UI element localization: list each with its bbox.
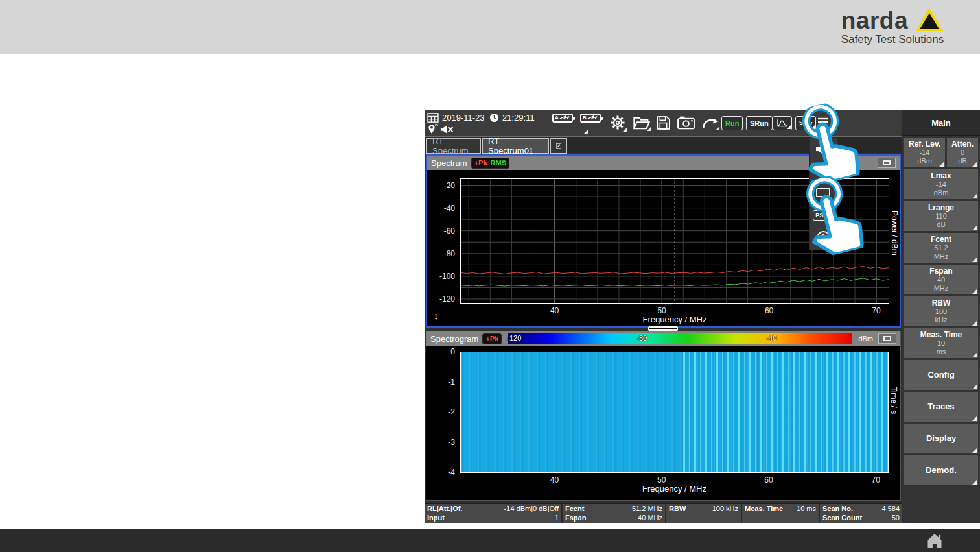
spectrum-trace-badges: +Pk RMS <box>471 158 509 169</box>
softkey-traces[interactable]: Traces <box>904 392 978 422</box>
status-cell-level: RL|Att.|Of.-14 dBm|0 dB|Off Input1 <box>425 504 563 523</box>
logo-text: narda <box>841 10 908 31</box>
softkey-meas-time[interactable]: Meas. Time 10 ms <box>904 328 978 358</box>
softkey-demod[interactable]: Demod. <box>904 455 978 485</box>
gps-pin-icon[interactable]: n <box>428 124 436 134</box>
clock-icon <box>489 113 499 123</box>
softkey-atten[interactable]: Atten. 0 dB <box>947 138 978 167</box>
spectrum-xlabel: Frequency / MHz <box>460 315 889 324</box>
srun-button[interactable]: SRun <box>746 116 773 130</box>
logo-subtext: Safety Test Solutions <box>841 33 944 46</box>
spectrum-ylabel: Power / dBm <box>890 211 899 256</box>
maximize-icon[interactable] <box>878 158 896 168</box>
toolbar: 2019-11-23 21:29:11 A B n <box>425 110 902 136</box>
splitter-handle[interactable] <box>648 326 678 331</box>
spectrogram-y-axis: 0-1-2-3-4 <box>426 352 459 472</box>
softkey-config[interactable]: Config <box>904 360 978 390</box>
volume-icon[interactable] <box>810 138 837 160</box>
softkey-ref-level[interactable]: Ref. Lev. -14 dBm <box>904 138 945 167</box>
status-cell-scan: Scan No.4 584 Scan Count50 <box>820 504 902 523</box>
spectrogram-xlabel: Frequency / MHz <box>460 484 889 494</box>
pset-button[interactable]: PSET <box>810 204 837 226</box>
sidebar-title: Main <box>902 110 980 136</box>
top-banner: narda Safety Test Solutions <box>0 0 980 54</box>
display-icon[interactable] <box>810 182 837 204</box>
save-icon[interactable] <box>655 115 671 131</box>
warning-triangle-icon <box>915 8 944 31</box>
spectrum-y-axis: -20-40-60-80-100-120 <box>427 178 459 304</box>
softkey-rbw[interactable]: RBW 100 kHz <box>904 296 978 326</box>
colorbar: -120-80-40 <box>508 333 852 344</box>
home-icon[interactable] <box>926 533 944 549</box>
run-button[interactable]: Run <box>721 116 743 130</box>
resize-vertical-icon[interactable]: ↕ <box>434 310 439 321</box>
badge-pk: +Pk <box>474 158 487 168</box>
softkey-lmax[interactable]: Lmax -14 dBm <box>904 169 978 199</box>
softkey-fspan[interactable]: Fspan 40 MHz <box>904 265 978 294</box>
py-script-button[interactable]: >.py <box>795 116 816 130</box>
toolbar-time[interactable]: 21:29:11 <box>502 113 535 123</box>
toolbar-dropdown-menu: PSET ? <box>809 138 837 250</box>
expand-triangle[interactable] <box>584 130 588 134</box>
toolbar-date[interactable]: 2019-11-23 <box>442 113 485 123</box>
edit-tab-icon[interactable] <box>550 138 567 154</box>
script-plot-icon[interactable] <box>773 116 792 130</box>
folder-icon[interactable] <box>632 115 651 132</box>
status-cell-freq: Fcent51.2 MHz Fspan40 MHz <box>563 504 666 523</box>
narda-logo: narda Safety Test Solutions <box>841 8 944 46</box>
maximize-icon[interactable] <box>878 333 896 344</box>
colorbar-unit: dBm <box>858 335 873 342</box>
volume-mute-icon[interactable] <box>810 160 837 182</box>
calendar-icon <box>427 113 439 123</box>
spectrum-title: Spectrum <box>431 158 467 168</box>
spectrogram-ylabel: Time / s <box>889 387 898 414</box>
battery-b-icon: B <box>580 114 601 123</box>
softkey-lrange[interactable]: Lrange 110 dB <box>904 201 978 231</box>
spectrogram-header[interactable]: Spectrogram +Pk -120-80-40 dBm <box>426 331 900 346</box>
badge-rms: RMS <box>491 158 506 168</box>
status-cell-meastime: Meas. Time10 ms <box>742 504 820 523</box>
bottom-nav-bar <box>0 529 980 552</box>
gear-icon[interactable] <box>608 113 627 132</box>
spectrogram-trace-badge: +Pk <box>482 333 502 344</box>
badge-pk: +Pk <box>485 334 498 344</box>
menu-icon[interactable] <box>817 117 829 127</box>
tab-rt-spectrum[interactable]: RT Spectrum <box>426 138 481 154</box>
mute-icon[interactable] <box>440 125 454 134</box>
softkey-display[interactable]: Display <box>904 424 978 453</box>
status-cell-rbw: RBW100 kHz <box>666 504 742 523</box>
spectrogram-window: Spectrogram +Pk -120-80-40 dBm 0-1-2-3-4… <box>426 331 901 501</box>
instrument-screen: 2019-11-23 21:29:11 A B n <box>425 110 980 523</box>
redo-icon[interactable] <box>701 114 720 131</box>
battery-a-icon: A <box>552 114 573 123</box>
tab-rt-spectrum01[interactable]: RT Spectrum01 <box>482 138 549 154</box>
spectrogram-title: Spectrogram <box>430 334 478 344</box>
softkey-fcent[interactable]: Fcent 51.2 MHz <box>904 233 978 263</box>
status-bar: RL|Att.|Of.-14 dBm|0 dB|Off Input1 Fcent… <box>425 503 902 523</box>
camera-icon[interactable] <box>677 115 695 130</box>
waterfall-display[interactable] <box>460 352 889 473</box>
softkey-sidebar: Main Ref. Lev. -14 dBm Atten. 0 dB Lmax <box>902 110 980 523</box>
